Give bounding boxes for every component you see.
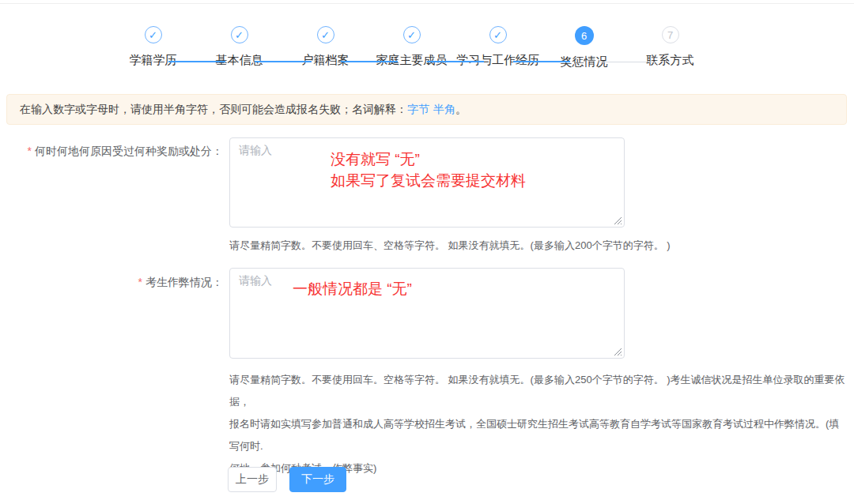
- stepper-step-1[interactable]: ✓ 学籍学历: [110, 26, 196, 70]
- step-done-circle: ✓: [231, 26, 248, 43]
- form-page: ✓ 学籍学历 ✓ 基本信息 ✓ 户籍档案 ✓ 家庭主要成员 ✓ 学习与工作经历 …: [0, 0, 854, 504]
- stepper-step-3[interactable]: ✓ 户籍档案: [282, 26, 368, 70]
- check-icon: ✓: [235, 29, 244, 41]
- helper-line: 请尽量精简字数。不要使用回车。空格等字符。 如果没有就填无。(最多输入250个字…: [229, 369, 846, 413]
- notice-text: 在输入数字或字母时，请使用半角字符，否则可能会造成报名失败；名词解释：: [20, 103, 407, 115]
- cheating-record-field: 一般情况都是 “无”: [229, 268, 625, 359]
- step-done-circle: ✓: [403, 26, 421, 43]
- step-label: 联系方式: [647, 53, 694, 68]
- stepper-step-7[interactable]: 7 联系方式: [627, 26, 713, 70]
- check-icon: ✓: [407, 29, 416, 41]
- step-number: 7: [667, 29, 673, 41]
- stepper-step-5[interactable]: ✓ 学习与工作经历: [455, 26, 541, 70]
- stepper-step-6-current[interactable]: 6 奖惩情况: [541, 26, 627, 70]
- step-done-circle: ✓: [145, 26, 162, 43]
- halfwidth-notice-banner: 在输入数字或字母时，请使用半角字符，否则可能会造成报名失败；名词解释：字节半角。: [6, 94, 847, 125]
- glossary-link-halfwidth[interactable]: 半角: [433, 103, 455, 115]
- rewards-punishments-field: 没有就写 “无” 如果写了复试会需要提交材料: [229, 137, 625, 228]
- stepper-step-2[interactable]: ✓ 基本信息: [196, 26, 282, 70]
- cheating-helper-text: 请尽量精简字数。不要使用回车。空格等字符。 如果没有就填无。(最多输入250个字…: [229, 369, 846, 480]
- step-done-circle: ✓: [489, 26, 507, 43]
- step-active-circle: 6: [575, 26, 594, 45]
- helper-line: 报名时请如实填写参加普通和成人高等学校招生考试，全国硕士研究生招生考试高等教育自…: [229, 413, 846, 457]
- stepper-step-4[interactable]: ✓ 家庭主要成员: [368, 26, 455, 70]
- resize-handle-icon[interactable]: [614, 348, 622, 356]
- top-divider: [0, 3, 854, 4]
- required-asterisk: *: [28, 145, 32, 157]
- step-done-circle: ✓: [317, 26, 334, 43]
- check-icon: ✓: [149, 29, 157, 41]
- cheating-record-textarea[interactable]: [229, 268, 625, 359]
- wizard-stepper: ✓ 学籍学历 ✓ 基本信息 ✓ 户籍档案 ✓ 家庭主要成员 ✓ 学习与工作经历 …: [110, 26, 713, 70]
- step-number: 6: [581, 30, 587, 42]
- notice-period: 。: [455, 103, 467, 115]
- required-asterisk: *: [138, 276, 142, 288]
- previous-step-button[interactable]: 上一步: [228, 467, 277, 492]
- rewards-helper-text: 请尽量精简字数。不要使用回车、空格等字符。 如果没有就填无。(最多输入200个字…: [229, 239, 671, 253]
- rewards-punishments-textarea[interactable]: [229, 137, 625, 228]
- check-icon: ✓: [493, 29, 502, 41]
- glossary-link-byte[interactable]: 字节: [407, 103, 429, 115]
- step-pending-circle: 7: [662, 26, 679, 43]
- resize-handle-icon[interactable]: [614, 216, 622, 225]
- rewards-punishments-label: *何时何地何原因受过何种奖励或处分：: [0, 145, 223, 159]
- label-text: 考生作弊情况：: [145, 276, 223, 288]
- next-step-button[interactable]: 下一步: [289, 467, 346, 492]
- label-text: 何时何地何原因受过何种奖励或处分：: [35, 145, 223, 157]
- step-label: 学籍学历: [130, 53, 177, 68]
- cheating-record-label: *考生作弊情况：: [0, 276, 223, 290]
- check-icon: ✓: [321, 29, 330, 41]
